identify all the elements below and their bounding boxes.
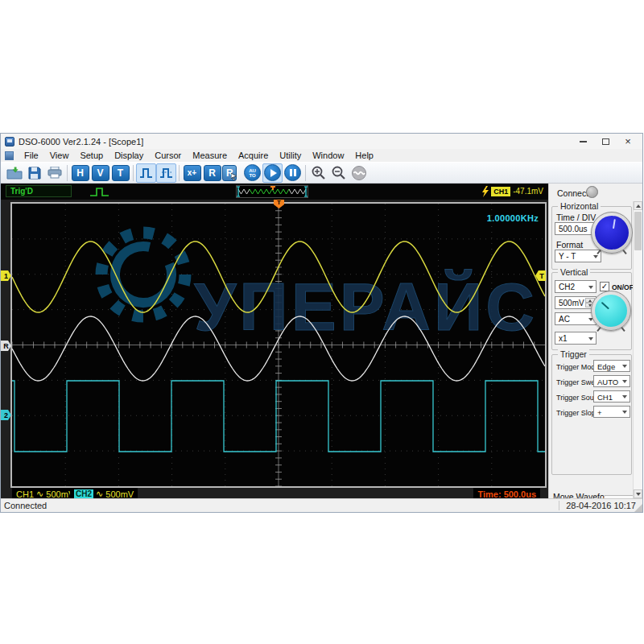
frequency-readout: 1.00000KHz	[487, 213, 539, 223]
print-button[interactable]	[44, 163, 64, 183]
ch2-scale: 500mV	[105, 489, 134, 499]
chevron-down-icon	[622, 411, 627, 414]
waveform-generator-button[interactable]	[349, 163, 369, 183]
wave-circle-icon	[351, 165, 367, 181]
menu-acquire[interactable]: Acquire	[233, 151, 274, 160]
menu-help[interactable]: Help	[349, 151, 379, 160]
title-bar: DSO-6000 Ver2.1.24 - [Scope1] ×	[1, 134, 642, 149]
xy-icon: x+	[184, 165, 201, 181]
time-div-label: Time / DIV	[556, 213, 596, 222]
volt-scale-spinner[interactable]: 500mV	[555, 296, 597, 309]
maximize-icon	[602, 138, 609, 145]
document-icon[interactable]	[5, 151, 14, 160]
watermark-gear-ring	[106, 237, 180, 311]
menu-view[interactable]: View	[44, 151, 75, 160]
connection-status: Connected	[4, 501, 47, 510]
chevron-down-icon	[622, 380, 627, 383]
stop-button[interactable]	[283, 163, 303, 183]
zoom-in-button[interactable]	[308, 163, 328, 183]
preview-wave-icon	[237, 186, 308, 197]
pulse-measure-button[interactable]	[156, 163, 176, 183]
pause-icon	[284, 164, 301, 181]
coupling-select[interactable]: AC	[555, 312, 597, 325]
zoom-out-button[interactable]	[328, 163, 349, 183]
coupling-value: AC	[559, 315, 570, 324]
waveform-preview[interactable]	[236, 185, 308, 198]
waveform-canvas: УПЕРАЙС	[12, 204, 545, 486]
checkmark-icon: ✓	[601, 282, 608, 291]
watermark: УПЕРАЙС	[101, 233, 538, 345]
horizontal-settings-button[interactable]: H	[70, 163, 90, 183]
reference-button[interactable]: R	[202, 163, 222, 183]
menu-display[interactable]: Display	[109, 151, 149, 160]
scroll-down-button[interactable]	[634, 489, 642, 498]
menu-bar: File View Setup Display Cursor Measure A…	[1, 149, 642, 162]
ch2-label: CH2	[74, 489, 93, 498]
pulse-wave-icon	[139, 167, 154, 180]
h-icon: H	[72, 165, 89, 181]
channel-value: CH2	[559, 283, 575, 291]
datetime-status: 28-04-2016 10:17	[559, 501, 636, 510]
save-button[interactable]	[24, 163, 44, 183]
trigger-sweep-value: AUTO	[597, 378, 618, 386]
connect-button[interactable]	[586, 186, 598, 198]
trigger-slope-select[interactable]: +	[593, 406, 630, 418]
resize-grip[interactable]	[634, 504, 642, 512]
graticule-grid	[12, 204, 545, 486]
vertical-settings-button[interactable]: V	[90, 163, 110, 183]
watermark-text: УПЕРАЙС	[194, 269, 538, 345]
run-button[interactable]	[262, 163, 283, 183]
printer-icon	[47, 167, 62, 179]
volt-scale-value: 500mV	[559, 299, 584, 308]
maximize-button[interactable]	[594, 134, 617, 149]
trigger-channel-badge: CH1	[491, 187, 510, 196]
menu-utility[interactable]: Utility	[274, 151, 307, 160]
t-icon: T	[112, 165, 130, 181]
trigger-source-select[interactable]: CH1	[593, 390, 630, 402]
scope-display: УПЕРАЙС 1.00000KHz	[10, 202, 547, 488]
menu-setup[interactable]: Setup	[74, 151, 109, 160]
trigger-mode-select[interactable]: Edge	[593, 360, 630, 372]
channel-select[interactable]: CH2	[555, 280, 597, 293]
vertical-position-knob[interactable]	[591, 291, 631, 331]
open-file-button[interactable]	[4, 163, 24, 183]
format-select[interactable]: Y - T	[555, 250, 601, 262]
autoset-button[interactable]: AU TO	[242, 163, 262, 183]
pulse-display-button[interactable]	[136, 163, 156, 183]
scrollbar-thumb[interactable]	[634, 212, 642, 250]
knob-face	[595, 295, 627, 327]
app-icon	[5, 137, 14, 147]
control-panel: Connect: Horizontal Time / DIV 500.0us F…	[548, 184, 642, 498]
menu-file[interactable]: File	[19, 151, 44, 160]
open-folder-icon	[6, 167, 23, 180]
minimize-icon	[580, 141, 587, 142]
app-window: DSO-6000 Ver2.1.24 - [Scope1] × File Vie…	[0, 133, 643, 513]
menu-cursor[interactable]: Cursor	[149, 151, 187, 160]
vertical-group-title: Vertical	[558, 267, 590, 277]
zoom-out-icon	[331, 165, 346, 180]
menu-window[interactable]: Window	[307, 151, 349, 160]
chevron-down-icon	[636, 493, 641, 496]
chevron-down-icon	[593, 255, 598, 258]
panel-scrollbar[interactable]	[633, 201, 642, 498]
trigger-settings-button[interactable]: T	[110, 163, 130, 183]
close-button[interactable]: ×	[617, 134, 639, 149]
trigger-level-readout: -47.1mV	[513, 187, 543, 196]
zoom-in-icon	[311, 165, 326, 180]
autoset-icon: AU TO	[244, 164, 261, 181]
horizontal-position-knob[interactable]	[591, 212, 633, 254]
menu-measure[interactable]: Measure	[187, 151, 233, 160]
cursor-arrow-icon	[231, 173, 237, 180]
reference-cursor-button[interactable]: R	[222, 163, 242, 183]
math-xy-button[interactable]: x+	[182, 163, 202, 183]
scope-area: УПЕРАЙС 1.00000KHz T 1 R 2 T CH1 ∿ 500mV	[1, 200, 548, 498]
content-area: Trig'D CH1 -47.1mV	[1, 184, 642, 498]
minimize-button[interactable]	[572, 134, 594, 149]
trigger-sweep-select[interactable]: AUTO	[593, 375, 630, 387]
chevron-down-icon	[622, 395, 627, 398]
r-icon: R	[204, 165, 221, 181]
chevron-up-icon	[636, 204, 641, 208]
v-icon: V	[92, 165, 109, 181]
scroll-up-button[interactable]	[634, 201, 642, 210]
probe-select[interactable]: x1	[555, 332, 597, 345]
